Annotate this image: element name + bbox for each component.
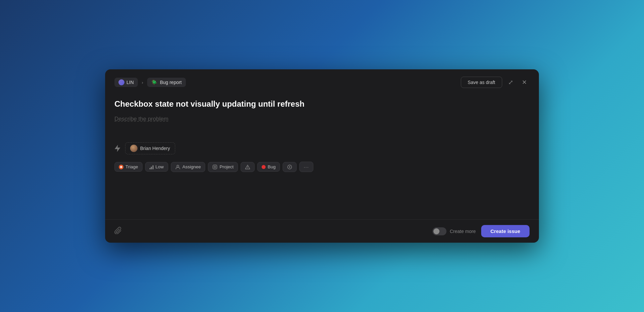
tag-play[interactable] [283,162,297,172]
triage-label: Triage [125,164,138,169]
bug-emoji-icon: 🪲 [151,79,157,85]
lin-label: LIN [126,80,134,85]
tag-warning[interactable] [241,162,255,172]
expand-icon: ⤢ [508,79,513,86]
header-actions: Save as draft ⤢ ✕ [461,77,530,88]
footer-left [114,227,122,236]
description-field[interactable]: Describe the problem [114,116,530,122]
assignee-chip[interactable]: Brian Hendery [125,142,175,154]
save-draft-button[interactable]: Save as draft [461,77,503,88]
create-more-label: Create more [450,229,476,234]
template-badge[interactable]: 🪲 Bug report [147,78,186,87]
modal-header: LIN › 🪲 Bug report Save as draft ⤢ ✕ [105,69,539,93]
more-icon: ··· [304,164,309,170]
issue-title[interactable]: Checkbox state not visually updating unt… [114,99,530,109]
create-issue-button[interactable]: Create issue [481,225,530,237]
toggle-knob [433,228,439,234]
modal-body: Checkbox state not visually updating unt… [105,93,539,219]
close-icon: ✕ [522,79,527,86]
breadcrumb-chevron: › [142,80,143,85]
bolt-icon [114,145,120,152]
tags-row: Triage Low Assignee [114,162,530,172]
tag-project[interactable]: Project [208,162,238,172]
svg-point-0 [177,165,179,167]
footer-right: Create more Create issue [432,225,530,237]
create-more-toggle[interactable] [432,227,446,235]
warning-icon [245,164,250,170]
template-label: Bug report [160,80,182,85]
avatar [130,145,137,152]
project-icon [212,164,218,170]
tag-triage[interactable]: Triage [114,162,142,172]
create-more-toggle-row: Create more [432,227,476,235]
bug-dot-icon [262,165,266,169]
header-breadcrumb: LIN › 🪲 Bug report [114,78,186,87]
expand-button[interactable]: ⤢ [506,77,516,88]
assignee-row: Brian Hendery [114,142,530,154]
tag-more[interactable]: ··· [299,162,313,172]
attach-icon[interactable] [114,227,122,236]
svg-point-2 [214,166,216,168]
triage-dot-icon [119,165,123,169]
svg-rect-1 [213,165,217,169]
assignee-icon [175,164,181,170]
assignee-name: Brian Hendery [140,146,170,151]
tag-assignee[interactable]: Assignee [171,162,206,172]
svg-point-4 [247,168,248,168]
create-issue-modal: LIN › 🪲 Bug report Save as draft ⤢ ✕ Che… [105,69,539,243]
assignee-tag-label: Assignee [183,164,201,169]
close-button[interactable]: ✕ [519,77,530,88]
bug-label: Bug [268,164,276,169]
tag-bug[interactable]: Bug [257,162,280,172]
priority-bar-icon [149,165,153,169]
priority-label: Low [155,164,164,169]
project-tag-label: Project [220,164,234,169]
play-icon [287,164,292,170]
modal-footer: Create more Create issue [105,219,539,243]
tag-priority[interactable]: Low [145,162,168,172]
lin-logo-icon [118,79,124,85]
lin-badge[interactable]: LIN [114,78,138,87]
